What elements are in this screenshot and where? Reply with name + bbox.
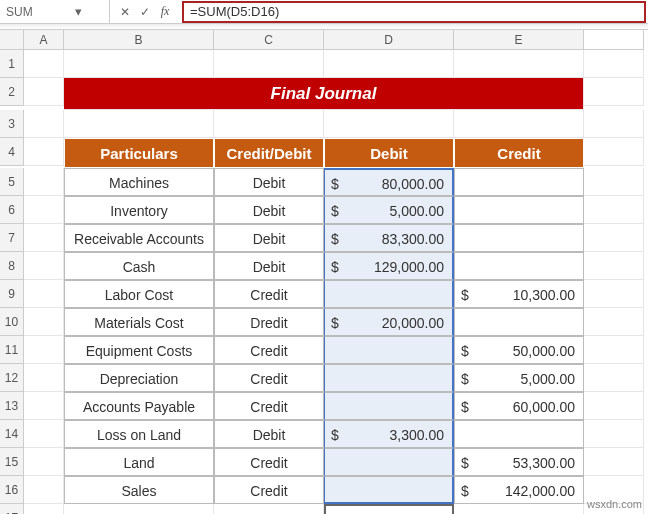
row-header-12[interactable]: 12 (0, 364, 24, 392)
row-header-17[interactable]: 17 (0, 504, 24, 514)
cell-credit-10[interactable] (454, 308, 584, 336)
cell-debit-14[interactable]: $3,300.00 (324, 420, 454, 448)
col-header-A[interactable]: A (24, 30, 64, 50)
col-header-B[interactable]: B (64, 30, 214, 50)
cell-debit-9[interactable] (324, 280, 454, 308)
cell-C17[interactable] (214, 504, 324, 514)
cell-cd-14[interactable]: Debit (214, 420, 324, 448)
cell-A6[interactable] (24, 196, 64, 224)
cell-A11[interactable] (24, 336, 64, 364)
cell-E1[interactable] (454, 50, 584, 78)
cell-cd-15[interactable]: Credit (214, 448, 324, 476)
cell-cd-16[interactable]: Credit (214, 476, 324, 504)
cell-debit-16[interactable] (324, 476, 454, 504)
select-all-corner[interactable] (0, 30, 24, 50)
cell-B17[interactable] (64, 504, 214, 514)
header-credit-debit[interactable]: Credit/Debit (214, 138, 324, 168)
formula-bar[interactable]: =SUM(D5:D16) (182, 1, 646, 23)
cell-particulars-10[interactable]: Materials Cost (64, 308, 214, 336)
cell-credit-14[interactable] (454, 420, 584, 448)
cell-A17[interactable] (24, 504, 64, 514)
cell-particulars-12[interactable]: Depreciation (64, 364, 214, 392)
cell-A8[interactable] (24, 252, 64, 280)
cell-C3[interactable] (214, 110, 324, 138)
cell-B1[interactable] (64, 50, 214, 78)
row-header-7[interactable]: 7 (0, 224, 24, 252)
cell-A4[interactable] (24, 138, 64, 166)
cell-credit-16[interactable]: $142,000.00 (454, 476, 584, 504)
cell-particulars-14[interactable]: Loss on Land (64, 420, 214, 448)
row-header-15[interactable]: 15 (0, 448, 24, 476)
cell-debit-7[interactable]: $83,300.00 (324, 224, 454, 252)
cell-A9[interactable] (24, 280, 64, 308)
row-header-4[interactable]: 4 (0, 138, 24, 166)
spreadsheet-grid[interactable]: A B C D E 1 2 Final Journal 3 4 Particul… (0, 30, 648, 514)
cell-credit-15[interactable]: $53,300.00 (454, 448, 584, 476)
cell-A15[interactable] (24, 448, 64, 476)
active-cell-D17[interactable]: =SUM(D5:D16) (324, 504, 454, 514)
row-header-9[interactable]: 9 (0, 280, 24, 308)
cell-debit-6[interactable]: $5,000.00 (324, 196, 454, 224)
cell-credit-8[interactable] (454, 252, 584, 280)
col-header-E[interactable]: E (454, 30, 584, 50)
row-header-5[interactable]: 5 (0, 168, 24, 196)
name-box-input[interactable] (0, 5, 70, 19)
cell-A1[interactable] (24, 50, 64, 78)
row-header-6[interactable]: 6 (0, 196, 24, 224)
col-header-C[interactable]: C (214, 30, 324, 50)
cell-particulars-8[interactable]: Cash (64, 252, 214, 280)
cell-particulars-13[interactable]: Accounts Payable (64, 392, 214, 420)
cell-D3[interactable] (324, 110, 454, 138)
cell-D1[interactable] (324, 50, 454, 78)
cell-A13[interactable] (24, 392, 64, 420)
cell-credit-9[interactable]: $10,300.00 (454, 280, 584, 308)
cell-cd-13[interactable]: Credit (214, 392, 324, 420)
title-cell[interactable]: Final Journal (64, 78, 584, 110)
header-debit[interactable]: Debit (324, 138, 454, 168)
cell-debit-15[interactable] (324, 448, 454, 476)
cell-cd-8[interactable]: Debit (214, 252, 324, 280)
cell-B3[interactable] (64, 110, 214, 138)
cell-particulars-15[interactable]: Land (64, 448, 214, 476)
row-header-8[interactable]: 8 (0, 252, 24, 280)
cell-credit-12[interactable]: $5,000.00 (454, 364, 584, 392)
cell-A5[interactable] (24, 168, 64, 196)
cell-particulars-16[interactable]: Sales (64, 476, 214, 504)
cell-C1[interactable] (214, 50, 324, 78)
cell-credit-7[interactable] (454, 224, 584, 252)
col-header-D[interactable]: D (324, 30, 454, 50)
cell-debit-8[interactable]: $129,000.00 (324, 252, 454, 280)
cell-credit-5[interactable] (454, 168, 584, 196)
cell-cd-6[interactable]: Debit (214, 196, 324, 224)
cell-E3[interactable] (454, 110, 584, 138)
cell-particulars-7[interactable]: Receivable Accounts (64, 224, 214, 252)
row-header-16[interactable]: 16 (0, 476, 24, 504)
row-header-14[interactable]: 14 (0, 420, 24, 448)
chevron-down-icon[interactable]: ▾ (70, 4, 86, 19)
header-particulars[interactable]: Particulars (64, 138, 214, 168)
cell-debit-5[interactable]: $80,000.00 (324, 168, 454, 196)
cell-A10[interactable] (24, 308, 64, 336)
cell-particulars-9[interactable]: Labor Cost (64, 280, 214, 308)
cell-credit-6[interactable] (454, 196, 584, 224)
cell-particulars-5[interactable]: Machines (64, 168, 214, 196)
cell-cd-12[interactable]: Credit (214, 364, 324, 392)
cell-A2[interactable] (24, 78, 64, 106)
cell-particulars-11[interactable]: Equipment Costs (64, 336, 214, 364)
cell-cd-10[interactable]: Dredit (214, 308, 324, 336)
cancel-icon[interactable]: ✕ (116, 5, 134, 19)
cell-A16[interactable] (24, 476, 64, 504)
row-header-3[interactable]: 3 (0, 110, 24, 138)
header-credit[interactable]: Credit (454, 138, 584, 168)
row-header-10[interactable]: 10 (0, 308, 24, 336)
cell-cd-5[interactable]: Debit (214, 168, 324, 196)
cell-debit-13[interactable] (324, 392, 454, 420)
row-header-2[interactable]: 2 (0, 78, 24, 106)
row-header-1[interactable]: 1 (0, 50, 24, 78)
fx-icon[interactable]: fx (156, 4, 174, 19)
row-header-13[interactable]: 13 (0, 392, 24, 420)
cell-debit-11[interactable] (324, 336, 454, 364)
cell-credit-13[interactable]: $60,000.00 (454, 392, 584, 420)
cell-debit-10[interactable]: $20,000.00 (324, 308, 454, 336)
cell-A14[interactable] (24, 420, 64, 448)
